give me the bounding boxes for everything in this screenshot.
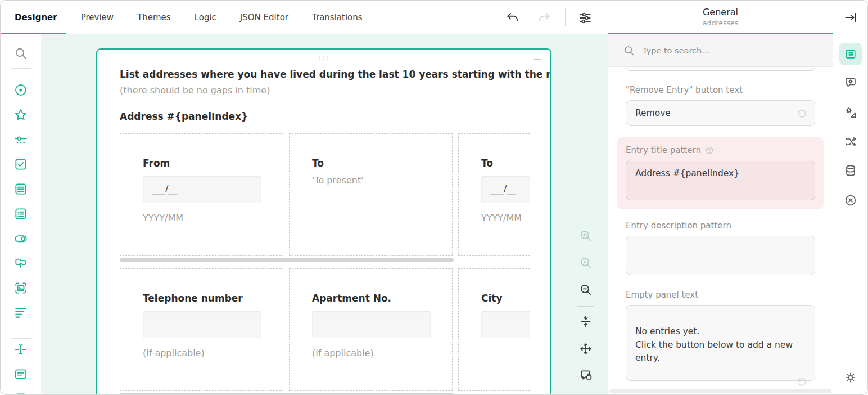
- question-description: (if applicable): [312, 348, 452, 358]
- question-telephone[interactable]: Telephone number (if applicable): [120, 268, 283, 391]
- zoom-reset-icon[interactable]: [578, 255, 593, 270]
- database-icon[interactable]: [844, 164, 857, 177]
- panel-entry-title: Address #{panelIndex}: [120, 111, 528, 122]
- tab-themes[interactable]: Themes: [125, 1, 183, 34]
- collapse-panel-icon[interactable]: [534, 59, 541, 60]
- undo-icon[interactable]: [505, 11, 520, 25]
- design-surface: List addresses where you have lived duri…: [41, 34, 608, 394]
- question-title: From: [143, 158, 283, 169]
- toolbox-sidebar: [1, 34, 41, 394]
- zoom-in-icon[interactable]: [578, 228, 593, 243]
- question-row: Telephone number (if applicable) Apartme…: [120, 268, 530, 394]
- file-upload-icon[interactable]: [13, 256, 28, 271]
- row-horizontal-scrollbar[interactable]: [120, 393, 454, 394]
- zoom-out-icon[interactable]: [578, 282, 593, 297]
- empty-panel-text-label: Empty panel text: [626, 290, 815, 300]
- toolbar-divider: [565, 8, 566, 26]
- question-title: Apartment No.: [312, 293, 452, 304]
- property-panel-title: General: [608, 7, 833, 17]
- remove-button-text-label: "Remove Entry" button text: [626, 85, 815, 95]
- date-mask-input[interactable]: ___/__: [143, 176, 261, 203]
- tab-preview[interactable]: Preview: [69, 1, 125, 34]
- collapse-all-icon[interactable]: [578, 314, 593, 329]
- circle-x-icon[interactable]: [844, 194, 857, 207]
- property-grid: "Remove Entry" button text Remove Entry …: [608, 34, 833, 394]
- question-description: (if applicable): [143, 348, 283, 358]
- multiselect-icon[interactable]: [13, 207, 28, 221]
- question-description: YYYY/MM: [143, 213, 283, 223]
- entry-title-pattern-label: Entry title pattern: [626, 145, 815, 155]
- long-text-icon[interactable]: [13, 367, 28, 381]
- question-title: To: [312, 158, 452, 169]
- chat-gear-icon[interactable]: [844, 76, 857, 89]
- dropdown-icon[interactable]: [13, 133, 28, 148]
- question-description: YYYY/MM: [481, 213, 530, 223]
- move-icon[interactable]: [578, 342, 593, 356]
- tab-translations[interactable]: Translations: [300, 1, 374, 34]
- scrolled-field-edge: [626, 67, 815, 71]
- text-input[interactable]: [481, 311, 530, 338]
- tab-logic[interactable]: Logic: [183, 1, 228, 34]
- question-to[interactable]: To ___/__ YYYY/MM: [458, 133, 530, 256]
- survey-creator-window: Designer Preview Themes Logic JSON Edito…: [0, 0, 868, 395]
- toolbox-divider: [11, 68, 31, 69]
- remove-button-text-input[interactable]: Remove: [626, 100, 815, 126]
- entry-title-pattern-section: Entry title pattern Address #{panelIndex…: [617, 137, 824, 209]
- top-tab-bar: Designer Preview Themes Logic JSON Edito…: [1, 1, 608, 34]
- radiogroup-icon[interactable]: [13, 83, 28, 97]
- question-apartment[interactable]: Apartment No. (if applicable): [289, 268, 453, 391]
- search-input[interactable]: [643, 46, 811, 55]
- logic-arrows-icon[interactable]: [844, 135, 857, 149]
- question-rows: From ___/__ YYYY/MM To 'To present' To _…: [120, 133, 528, 394]
- dynamic-panel-question[interactable]: List addresses where you have lived duri…: [96, 48, 551, 394]
- question-to-present[interactable]: To 'To present': [289, 133, 453, 256]
- tab-designer[interactable]: Designer: [15, 1, 69, 34]
- reset-icon[interactable]: [796, 108, 807, 119]
- collapse-right-icon[interactable]: [843, 10, 858, 25]
- entry-title-pattern-input[interactable]: Address #{panelIndex}: [626, 161, 815, 200]
- multiple-text-icon[interactable]: [13, 392, 28, 395]
- tab-general-form[interactable]: [839, 43, 862, 65]
- redo-icon[interactable]: [537, 11, 551, 25]
- toolbox-divider: [11, 338, 31, 339]
- boolean-icon[interactable]: [13, 231, 28, 246]
- entry-description-pattern-label: Entry description pattern: [626, 221, 815, 231]
- settings-gear-icon[interactable]: [844, 371, 857, 384]
- text-input-icon[interactable]: [13, 342, 28, 357]
- question-title: To: [481, 158, 530, 169]
- drag-handle-icon[interactable]: [319, 56, 329, 61]
- sliders-icon[interactable]: [578, 11, 593, 25]
- panel-collapse-header: [833, 1, 868, 34]
- rating-icon[interactable]: [13, 107, 28, 122]
- text-input[interactable]: [312, 311, 431, 338]
- property-panel-scrollbar[interactable]: [609, 389, 831, 393]
- question-from[interactable]: From ___/__ YYYY/MM: [120, 133, 283, 256]
- tab-json-editor[interactable]: JSON Editor: [228, 1, 300, 34]
- row-horizontal-scrollbar[interactable]: [120, 258, 454, 262]
- panel-description: (there should be no gaps in time): [120, 85, 528, 96]
- question-title: City: [481, 293, 530, 304]
- reset-icon[interactable]: [796, 363, 807, 375]
- search-icon: [623, 44, 635, 57]
- property-panel-subtitle: addresses: [608, 19, 833, 27]
- property-tab-strip: [833, 34, 868, 394]
- listbox-icon[interactable]: [13, 182, 28, 196]
- question-row: From ___/__ YYYY/MM To 'To present' To _…: [120, 133, 530, 262]
- lock-questions-icon[interactable]: [578, 368, 593, 383]
- image-picker-icon[interactable]: [13, 281, 28, 295]
- help-icon[interactable]: [705, 146, 714, 155]
- checkbox-icon[interactable]: [13, 157, 28, 172]
- question-city[interactable]: City: [458, 268, 530, 391]
- property-search-bar: [608, 34, 833, 67]
- date-mask-input[interactable]: ___/__: [481, 176, 530, 203]
- entry-description-pattern-input[interactable]: [626, 236, 815, 275]
- search-icon[interactable]: [13, 46, 28, 61]
- text-input[interactable]: [143, 311, 261, 338]
- ranking-icon[interactable]: [13, 306, 28, 320]
- gear-ruler-icon[interactable]: [844, 106, 857, 119]
- panel-title: List addresses where you have lived duri…: [120, 69, 528, 80]
- question-title: Telephone number: [143, 293, 283, 304]
- question-description: 'To present': [312, 175, 452, 186]
- property-panel-header: General addresses: [608, 1, 833, 34]
- empty-panel-text-input[interactable]: No entries yet. Click the button below t…: [626, 305, 815, 381]
